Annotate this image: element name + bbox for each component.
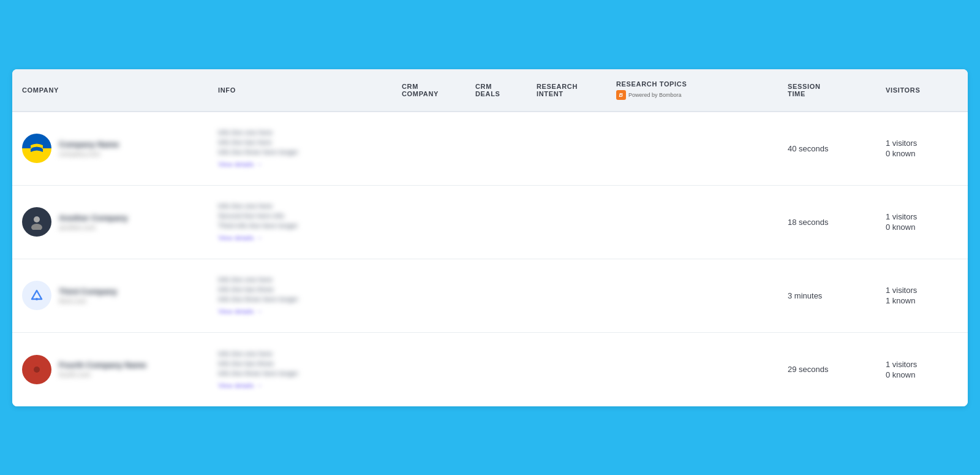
research-intent-cell (527, 259, 606, 332)
info-content: Info line one here Info line two here In… (218, 129, 298, 168)
crm-deals-cell (466, 112, 527, 185)
research-topics-cell (606, 259, 778, 332)
research-topics-cell (606, 112, 778, 185)
crm-company-cell (392, 333, 466, 406)
crm-company-cell (392, 186, 466, 259)
crm-company-cell (392, 259, 466, 332)
logo-icon (28, 361, 45, 378)
info-line-2: Info line two three (218, 360, 298, 367)
info-line-3: Info line three here longer (218, 370, 298, 377)
company-cell: Third Company third.com (12, 259, 208, 332)
company-info: Another Company another.com (59, 213, 128, 231)
info-line-2: Info line two three (218, 286, 298, 293)
info-content: Info line one here Info line two three I… (218, 350, 298, 389)
info-line-1: Info line one here (218, 129, 298, 136)
info-cell: Info line one here Info line two three I… (208, 333, 392, 406)
research-intent-cell (527, 333, 606, 406)
column-header-session-time: SESSION TIME (778, 69, 876, 111)
visitors-cell: 1 visitors 0 known (876, 333, 968, 406)
research-intent-cell (527, 112, 606, 185)
company-sub: another.com (59, 224, 128, 231)
company-name: Third Company (59, 287, 117, 296)
session-time-cell: 18 seconds (778, 186, 876, 259)
visitors-info: 1 visitors 0 known (886, 212, 917, 232)
visitors-cell: 1 visitors 0 known (876, 112, 968, 185)
company-logo (22, 281, 51, 310)
info-line-1: Info line one here (218, 202, 298, 210)
bombora-label: Powered by Bombora (628, 92, 682, 98)
visitors-count: 1 visitors (886, 360, 917, 369)
company-name: Fourth Company Name (59, 360, 146, 370)
company-sub: fourth.com (59, 371, 146, 378)
research-topics-cell (606, 333, 778, 406)
company-info: Third Company third.com (59, 287, 117, 305)
visitors-known: 0 known (886, 370, 917, 379)
visitors-cell: 1 visitors 0 known (876, 186, 968, 259)
info-cell: Info line one here Info line two here In… (208, 112, 392, 185)
session-time-value: 18 seconds (788, 218, 829, 227)
column-header-crm-deals: CRM DEALS (466, 69, 527, 111)
visitors-cell: 1 visitors 1 known (876, 259, 968, 332)
column-header-research-topics: RESEARCH TOPICS b Powered by Bombora (606, 69, 778, 111)
company-sub: third.com (59, 297, 117, 305)
info-link[interactable]: View details → (218, 382, 298, 389)
company-cell: Fourth Company Name fourth.com (12, 333, 208, 406)
visitors-info: 1 visitors 0 known (886, 360, 917, 379)
session-time-cell: 29 seconds (778, 333, 876, 406)
info-line-3: Info line three here longer (218, 148, 298, 156)
info-line-3: Third info line here longer (218, 222, 298, 229)
info-line-1: Info line one here (218, 350, 298, 357)
research-intent-cell (527, 186, 606, 259)
company-cell: Another Company another.com (12, 186, 208, 259)
column-header-company: COMPANY (12, 69, 208, 111)
main-table: COMPANY INFO CRM COMPANY CRM DEALS RESEA… (12, 69, 968, 406)
info-content: Info line one here Info line two three I… (218, 276, 298, 315)
session-time-value: 3 minutes (788, 291, 822, 300)
bombora-icon: b (616, 90, 626, 100)
svg-point-1 (34, 216, 40, 222)
crm-company-cell (392, 112, 466, 185)
info-link[interactable]: View details → (218, 234, 298, 241)
table-row: Company Name company.com Info line one h… (12, 112, 968, 186)
company-info: Fourth Company Name fourth.com (59, 360, 146, 378)
svg-point-5 (34, 367, 40, 373)
logo-icon (29, 214, 45, 230)
column-header-crm-company: CRM COMPANY (392, 69, 466, 111)
research-topics-cell (606, 186, 778, 259)
session-time-cell: 3 minutes (778, 259, 876, 332)
bombora-badge: b Powered by Bombora (616, 90, 682, 100)
session-time-value: 29 seconds (788, 365, 829, 374)
logo-icon (28, 287, 45, 304)
crm-deals-cell (466, 186, 527, 259)
table-row: Another Company another.com Info line on… (12, 186, 968, 259)
visitors-count: 1 visitors (886, 212, 917, 221)
company-cell: Company Name company.com (12, 112, 208, 185)
svg-point-2 (31, 224, 42, 230)
company-name: Company Name (59, 140, 119, 149)
column-header-research-intent: RESEARCH INTENT (527, 69, 606, 111)
table-header: COMPANY INFO CRM COMPANY CRM DEALS RESEA… (12, 69, 968, 112)
visitors-info: 1 visitors 1 known (886, 286, 917, 305)
crm-deals-cell (466, 333, 527, 406)
info-cell: Info line one here Second line here info… (208, 186, 392, 259)
company-info: Company Name company.com (59, 140, 119, 158)
visitors-known: 0 known (886, 149, 917, 158)
visitors-count: 1 visitors (886, 286, 917, 295)
info-link[interactable]: View details → (218, 308, 298, 315)
table-row: Fourth Company Name fourth.com Info line… (12, 333, 968, 406)
table-row: Third Company third.com Info line one he… (12, 259, 968, 333)
session-time-cell: 40 seconds (778, 112, 876, 185)
column-header-visitors: VISITORS (876, 69, 968, 111)
logo-icon (28, 139, 46, 158)
info-line-2: Info line two here (218, 139, 298, 146)
info-line-1: Info line one here (218, 276, 298, 283)
info-line-2: Second line here info (218, 212, 298, 219)
crm-deals-cell (466, 259, 527, 332)
info-line-3: Info line three here longer (218, 295, 298, 303)
info-content: Info line one here Second line here info… (218, 202, 298, 241)
company-name: Another Company (59, 213, 128, 222)
info-cell: Info line one here Info line two three I… (208, 259, 392, 332)
info-link[interactable]: View details → (218, 161, 298, 168)
visitors-known: 1 known (886, 296, 917, 305)
visitors-count: 1 visitors (886, 139, 917, 148)
